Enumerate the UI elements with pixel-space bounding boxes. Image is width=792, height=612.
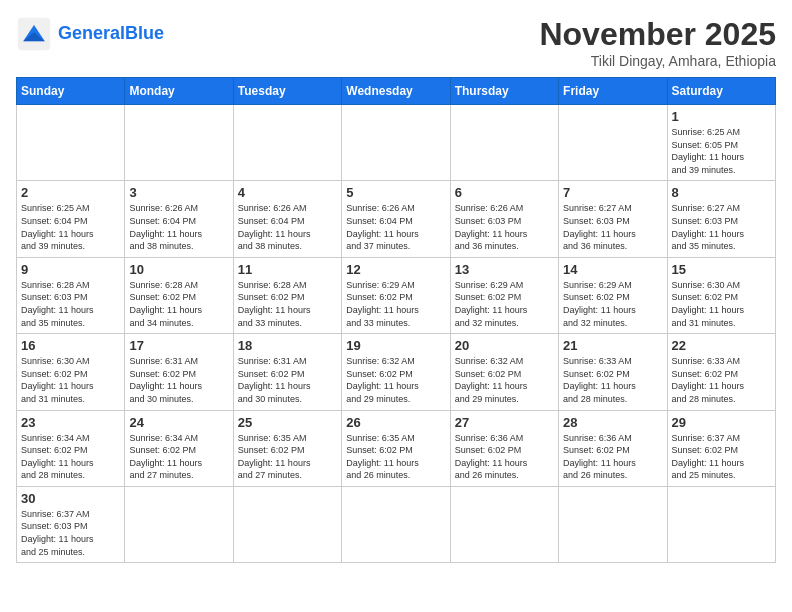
day-number: 30 bbox=[21, 491, 120, 506]
day-info: Sunrise: 6:30 AM Sunset: 6:02 PM Dayligh… bbox=[21, 355, 120, 405]
calendar-day-cell: 11Sunrise: 6:28 AM Sunset: 6:02 PM Dayli… bbox=[233, 257, 341, 333]
day-info: Sunrise: 6:28 AM Sunset: 6:02 PM Dayligh… bbox=[238, 279, 337, 329]
logo-blue: Blue bbox=[125, 23, 164, 43]
day-info: Sunrise: 6:26 AM Sunset: 6:04 PM Dayligh… bbox=[238, 202, 337, 252]
day-info: Sunrise: 6:26 AM Sunset: 6:04 PM Dayligh… bbox=[346, 202, 445, 252]
logo-text: GeneralBlue bbox=[58, 24, 164, 44]
day-number: 6 bbox=[455, 185, 554, 200]
day-info: Sunrise: 6:27 AM Sunset: 6:03 PM Dayligh… bbox=[672, 202, 771, 252]
weekday-header-tuesday: Tuesday bbox=[233, 78, 341, 105]
day-info: Sunrise: 6:26 AM Sunset: 6:03 PM Dayligh… bbox=[455, 202, 554, 252]
day-number: 25 bbox=[238, 415, 337, 430]
calendar-day-cell bbox=[17, 105, 125, 181]
calendar-day-cell: 5Sunrise: 6:26 AM Sunset: 6:04 PM Daylig… bbox=[342, 181, 450, 257]
calendar-day-cell: 20Sunrise: 6:32 AM Sunset: 6:02 PM Dayli… bbox=[450, 334, 558, 410]
day-info: Sunrise: 6:29 AM Sunset: 6:02 PM Dayligh… bbox=[455, 279, 554, 329]
calendar-day-cell: 8Sunrise: 6:27 AM Sunset: 6:03 PM Daylig… bbox=[667, 181, 775, 257]
calendar-day-cell: 19Sunrise: 6:32 AM Sunset: 6:02 PM Dayli… bbox=[342, 334, 450, 410]
logo-icon bbox=[16, 16, 52, 52]
day-info: Sunrise: 6:30 AM Sunset: 6:02 PM Dayligh… bbox=[672, 279, 771, 329]
day-number: 20 bbox=[455, 338, 554, 353]
calendar-day-cell: 29Sunrise: 6:37 AM Sunset: 6:02 PM Dayli… bbox=[667, 410, 775, 486]
day-info: Sunrise: 6:32 AM Sunset: 6:02 PM Dayligh… bbox=[346, 355, 445, 405]
day-info: Sunrise: 6:32 AM Sunset: 6:02 PM Dayligh… bbox=[455, 355, 554, 405]
calendar-day-cell bbox=[559, 486, 667, 562]
weekday-header-monday: Monday bbox=[125, 78, 233, 105]
day-number: 19 bbox=[346, 338, 445, 353]
weekday-header-saturday: Saturday bbox=[667, 78, 775, 105]
calendar-day-cell: 23Sunrise: 6:34 AM Sunset: 6:02 PM Dayli… bbox=[17, 410, 125, 486]
calendar-day-cell bbox=[559, 105, 667, 181]
day-info: Sunrise: 6:35 AM Sunset: 6:02 PM Dayligh… bbox=[238, 432, 337, 482]
calendar-day-cell: 30Sunrise: 6:37 AM Sunset: 6:03 PM Dayli… bbox=[17, 486, 125, 562]
day-number: 26 bbox=[346, 415, 445, 430]
day-info: Sunrise: 6:33 AM Sunset: 6:02 PM Dayligh… bbox=[563, 355, 662, 405]
calendar-day-cell bbox=[342, 486, 450, 562]
day-number: 9 bbox=[21, 262, 120, 277]
day-number: 21 bbox=[563, 338, 662, 353]
calendar-day-cell bbox=[125, 486, 233, 562]
day-info: Sunrise: 6:28 AM Sunset: 6:03 PM Dayligh… bbox=[21, 279, 120, 329]
day-number: 18 bbox=[238, 338, 337, 353]
calendar-day-cell bbox=[233, 105, 341, 181]
day-number: 29 bbox=[672, 415, 771, 430]
calendar-day-cell: 15Sunrise: 6:30 AM Sunset: 6:02 PM Dayli… bbox=[667, 257, 775, 333]
calendar-week-row: 2Sunrise: 6:25 AM Sunset: 6:04 PM Daylig… bbox=[17, 181, 776, 257]
calendar-day-cell bbox=[233, 486, 341, 562]
calendar-week-row: 23Sunrise: 6:34 AM Sunset: 6:02 PM Dayli… bbox=[17, 410, 776, 486]
day-number: 16 bbox=[21, 338, 120, 353]
calendar-day-cell bbox=[125, 105, 233, 181]
day-info: Sunrise: 6:31 AM Sunset: 6:02 PM Dayligh… bbox=[238, 355, 337, 405]
day-info: Sunrise: 6:34 AM Sunset: 6:02 PM Dayligh… bbox=[21, 432, 120, 482]
logo: GeneralBlue bbox=[16, 16, 164, 52]
day-info: Sunrise: 6:31 AM Sunset: 6:02 PM Dayligh… bbox=[129, 355, 228, 405]
weekday-header-friday: Friday bbox=[559, 78, 667, 105]
title-block: November 2025 Tikil Dingay, Amhara, Ethi… bbox=[539, 16, 776, 69]
calendar-day-cell: 9Sunrise: 6:28 AM Sunset: 6:03 PM Daylig… bbox=[17, 257, 125, 333]
day-number: 14 bbox=[563, 262, 662, 277]
day-number: 23 bbox=[21, 415, 120, 430]
calendar-day-cell: 26Sunrise: 6:35 AM Sunset: 6:02 PM Dayli… bbox=[342, 410, 450, 486]
calendar-day-cell bbox=[667, 486, 775, 562]
calendar-day-cell bbox=[450, 105, 558, 181]
calendar-day-cell: 24Sunrise: 6:34 AM Sunset: 6:02 PM Dayli… bbox=[125, 410, 233, 486]
day-info: Sunrise: 6:27 AM Sunset: 6:03 PM Dayligh… bbox=[563, 202, 662, 252]
day-number: 11 bbox=[238, 262, 337, 277]
header: GeneralBlue November 2025 Tikil Dingay, … bbox=[16, 16, 776, 69]
calendar-day-cell: 12Sunrise: 6:29 AM Sunset: 6:02 PM Dayli… bbox=[342, 257, 450, 333]
day-info: Sunrise: 6:29 AM Sunset: 6:02 PM Dayligh… bbox=[563, 279, 662, 329]
day-info: Sunrise: 6:26 AM Sunset: 6:04 PM Dayligh… bbox=[129, 202, 228, 252]
day-number: 22 bbox=[672, 338, 771, 353]
day-number: 3 bbox=[129, 185, 228, 200]
calendar-day-cell: 16Sunrise: 6:30 AM Sunset: 6:02 PM Dayli… bbox=[17, 334, 125, 410]
calendar-week-row: 30Sunrise: 6:37 AM Sunset: 6:03 PM Dayli… bbox=[17, 486, 776, 562]
calendar-day-cell bbox=[450, 486, 558, 562]
weekday-header-wednesday: Wednesday bbox=[342, 78, 450, 105]
calendar-day-cell: 28Sunrise: 6:36 AM Sunset: 6:02 PM Dayli… bbox=[559, 410, 667, 486]
calendar-day-cell: 10Sunrise: 6:28 AM Sunset: 6:02 PM Dayli… bbox=[125, 257, 233, 333]
day-number: 4 bbox=[238, 185, 337, 200]
calendar-day-cell: 27Sunrise: 6:36 AM Sunset: 6:02 PM Dayli… bbox=[450, 410, 558, 486]
day-number: 12 bbox=[346, 262, 445, 277]
day-number: 13 bbox=[455, 262, 554, 277]
calendar-day-cell: 17Sunrise: 6:31 AM Sunset: 6:02 PM Dayli… bbox=[125, 334, 233, 410]
day-info: Sunrise: 6:37 AM Sunset: 6:02 PM Dayligh… bbox=[672, 432, 771, 482]
calendar-day-cell: 25Sunrise: 6:35 AM Sunset: 6:02 PM Dayli… bbox=[233, 410, 341, 486]
weekday-header-row: SundayMondayTuesdayWednesdayThursdayFrid… bbox=[17, 78, 776, 105]
day-info: Sunrise: 6:25 AM Sunset: 6:05 PM Dayligh… bbox=[672, 126, 771, 176]
day-info: Sunrise: 6:35 AM Sunset: 6:02 PM Dayligh… bbox=[346, 432, 445, 482]
calendar-day-cell: 18Sunrise: 6:31 AM Sunset: 6:02 PM Dayli… bbox=[233, 334, 341, 410]
calendar-day-cell: 6Sunrise: 6:26 AM Sunset: 6:03 PM Daylig… bbox=[450, 181, 558, 257]
day-number: 28 bbox=[563, 415, 662, 430]
day-number: 24 bbox=[129, 415, 228, 430]
day-info: Sunrise: 6:36 AM Sunset: 6:02 PM Dayligh… bbox=[563, 432, 662, 482]
day-info: Sunrise: 6:33 AM Sunset: 6:02 PM Dayligh… bbox=[672, 355, 771, 405]
calendar-day-cell: 14Sunrise: 6:29 AM Sunset: 6:02 PM Dayli… bbox=[559, 257, 667, 333]
logo-general: General bbox=[58, 23, 125, 43]
day-number: 10 bbox=[129, 262, 228, 277]
month-title: November 2025 bbox=[539, 16, 776, 53]
calendar-day-cell: 13Sunrise: 6:29 AM Sunset: 6:02 PM Dayli… bbox=[450, 257, 558, 333]
day-number: 1 bbox=[672, 109, 771, 124]
calendar-day-cell: 7Sunrise: 6:27 AM Sunset: 6:03 PM Daylig… bbox=[559, 181, 667, 257]
calendar-day-cell: 4Sunrise: 6:26 AM Sunset: 6:04 PM Daylig… bbox=[233, 181, 341, 257]
